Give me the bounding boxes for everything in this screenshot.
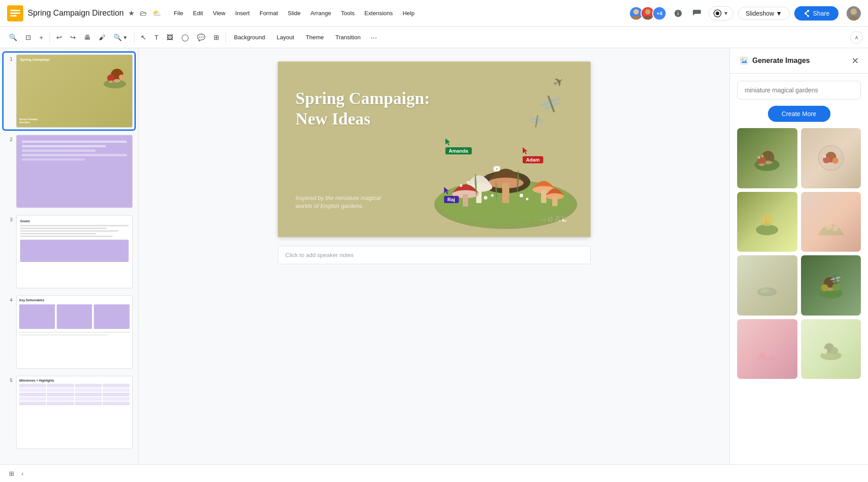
gen-image-1[interactable] bbox=[737, 128, 797, 188]
grid-view-button[interactable]: ⊞ bbox=[7, 468, 16, 479]
doc-title-row: Spring Campaign Direction ★ 🗁 ⛅ bbox=[28, 8, 162, 18]
add-button[interactable]: + bbox=[36, 31, 47, 44]
menu-extensions[interactable]: Extensions bbox=[360, 8, 398, 18]
slideshow-button[interactable]: Slideshow ▼ bbox=[738, 7, 790, 20]
theme-button[interactable]: Theme bbox=[300, 31, 329, 43]
menu-format[interactable]: Format bbox=[255, 8, 282, 18]
cursor-raj-arrow bbox=[444, 187, 450, 195]
menu-help[interactable]: Help bbox=[398, 8, 419, 18]
print-button[interactable]: 🖶 bbox=[80, 31, 94, 44]
speaker-notes-placeholder: Click to add speaker notes bbox=[285, 252, 354, 258]
thumb-title-bg: Spring Campaign Spring Cam bbox=[17, 55, 132, 127]
menu-tools[interactable]: Tools bbox=[336, 8, 359, 18]
menu-bar: File Edit View Insert Format Slide Arran… bbox=[169, 8, 419, 18]
svg-point-77 bbox=[759, 353, 766, 359]
layout-button[interactable]: Layout bbox=[271, 31, 299, 43]
create-more-button[interactable]: Create More bbox=[768, 106, 830, 122]
history-button[interactable] bbox=[671, 6, 685, 21]
svg-point-47 bbox=[496, 168, 498, 170]
svg-rect-2 bbox=[10, 12, 20, 14]
generate-images-panel: Generate Images ✕ Create More bbox=[730, 48, 868, 464]
cursor-tool[interactable]: ↖ bbox=[137, 31, 150, 44]
format-paint-button[interactable]: 🖌 bbox=[95, 31, 109, 44]
redo-button[interactable]: ↪ bbox=[67, 31, 80, 44]
gen-images-search-input[interactable] bbox=[737, 81, 861, 100]
svg-point-81 bbox=[822, 349, 827, 354]
canvas-area[interactable]: Spring Campaign: New Ideas Inspired by t… bbox=[138, 48, 730, 464]
share-button[interactable]: Share bbox=[794, 6, 839, 21]
svg-point-18 bbox=[120, 79, 123, 80]
svg-point-16 bbox=[109, 81, 113, 83]
more-options-button[interactable]: ⋯ bbox=[367, 31, 381, 44]
zoom-button[interactable]: 🔍▼ bbox=[110, 31, 131, 44]
menu-edit[interactable]: Edit bbox=[189, 8, 207, 18]
avatar-count[interactable]: +4 bbox=[652, 6, 667, 21]
slide-thumb-2[interactable]: 2 bbox=[4, 133, 134, 210]
background-button[interactable]: Background bbox=[229, 31, 270, 43]
search-toolbar-button[interactable]: 🔍 bbox=[5, 31, 21, 44]
main-slide-canvas[interactable]: Spring Campaign: New Ideas Inspired by t… bbox=[278, 62, 591, 237]
text-tool[interactable]: T bbox=[151, 31, 162, 44]
transition-button[interactable]: Transition bbox=[330, 31, 366, 43]
cursor-adam-group: Adam bbox=[523, 147, 529, 155]
prev-slide-button[interactable]: ‹ bbox=[20, 468, 25, 479]
comment-button[interactable] bbox=[690, 6, 704, 21]
gen-images-icon bbox=[739, 56, 749, 66]
document-title[interactable]: Spring Campaign Direction bbox=[28, 8, 124, 18]
comment-tool[interactable]: 💬 bbox=[193, 31, 209, 44]
svg-point-4 bbox=[633, 9, 639, 14]
menu-slide[interactable]: Slide bbox=[283, 8, 305, 18]
slide-preview-5: Milestones + Highlights bbox=[16, 376, 133, 449]
gen-images-close-button[interactable]: ✕ bbox=[851, 55, 859, 66]
slide-thumb-3[interactable]: 3 Goals bbox=[4, 213, 134, 290]
separator-3 bbox=[226, 32, 226, 43]
svg-point-35 bbox=[484, 196, 487, 199]
separator-1 bbox=[50, 32, 50, 43]
gen-image-2[interactable] bbox=[801, 128, 861, 188]
slide-num-5: 5 bbox=[5, 378, 13, 383]
extra-tool[interactable]: ⊞ bbox=[210, 31, 223, 44]
svg-point-38 bbox=[526, 198, 528, 200]
slide-thumb-4[interactable]: 4 Key Deliverables bbox=[4, 294, 134, 370]
slide-subtitle: Inspired by the miniature magical worlds… bbox=[296, 194, 394, 210]
star-button[interactable]: ★ bbox=[127, 8, 135, 18]
gen-image-7[interactable] bbox=[737, 319, 797, 379]
thumb-table bbox=[19, 384, 130, 405]
slideshow-label: Slideshow bbox=[746, 10, 774, 17]
svg-rect-3 bbox=[10, 15, 17, 17]
zoom-fit-button[interactable]: ⊡ bbox=[22, 31, 35, 44]
menu-arrange[interactable]: Arrange bbox=[306, 8, 335, 18]
toolbar-right: ∧ bbox=[850, 31, 863, 44]
cursor-amanda-arrow bbox=[445, 138, 452, 146]
shape-tool[interactable]: ◯ bbox=[178, 31, 193, 44]
gen-image-8[interactable] bbox=[801, 319, 861, 379]
svg-rect-1 bbox=[10, 10, 20, 11]
menu-file[interactable]: File bbox=[169, 8, 188, 18]
slide-thumb-1[interactable]: 1 Spring Campaign bbox=[4, 53, 134, 129]
cursor-adam-arrow bbox=[523, 147, 529, 155]
thumb-milestones-title: Milestones + Highlights bbox=[19, 379, 130, 382]
cloud-button[interactable]: ⛅ bbox=[151, 8, 162, 18]
menu-insert[interactable]: Insert bbox=[231, 8, 254, 18]
slide-num-4: 4 bbox=[5, 297, 13, 303]
speaker-notes[interactable]: Click to add speaker notes bbox=[278, 246, 591, 264]
folder-button[interactable]: 🗁 bbox=[139, 8, 148, 18]
gen-image-4[interactable] bbox=[801, 192, 861, 252]
user-avatar[interactable] bbox=[847, 6, 861, 21]
gen-image-5[interactable] bbox=[737, 255, 797, 316]
svg-point-29 bbox=[466, 181, 469, 183]
camera-button[interactable]: ▼ bbox=[709, 6, 734, 21]
svg-point-49 bbox=[742, 58, 743, 60]
svg-point-11 bbox=[849, 16, 859, 21]
cursor-label-raj: Raj bbox=[444, 196, 459, 203]
slide-preview-1: Spring Campaign Spring Cam bbox=[16, 54, 133, 128]
image-tool[interactable]: 🖼 bbox=[163, 31, 177, 44]
gen-image-3[interactable] bbox=[737, 192, 797, 252]
menu-view[interactable]: View bbox=[208, 8, 230, 18]
slide-thumb-5[interactable]: 5 Milestones + Highlights bbox=[4, 374, 134, 451]
gen-image-6[interactable] bbox=[801, 255, 861, 316]
svg-point-37 bbox=[520, 194, 523, 197]
undo-button[interactable]: ↩ bbox=[53, 31, 66, 44]
collapse-toolbar-button[interactable]: ∧ bbox=[850, 31, 863, 44]
svg-point-62 bbox=[756, 224, 778, 235]
